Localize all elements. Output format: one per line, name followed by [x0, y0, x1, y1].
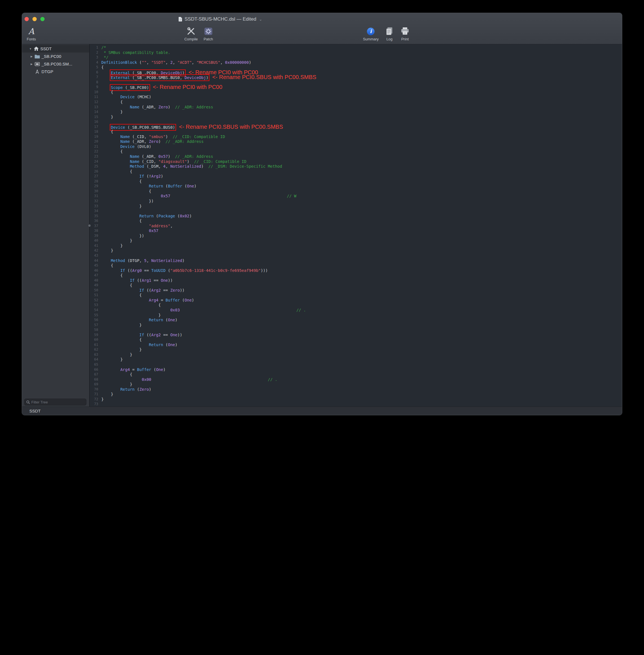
- disclosure-triangle-icon[interactable]: ▼: [28, 47, 33, 50]
- code-line[interactable]: 49 {: [90, 283, 622, 288]
- code-token: (: [163, 318, 168, 322]
- code-line[interactable]: 24 Name (_CID, "diagsvault") // _CID: Co…: [90, 159, 622, 164]
- code-line[interactable]: 18 {: [90, 129, 622, 134]
- disclosure-triangle-icon[interactable]: ▶: [29, 55, 34, 58]
- title-chevron-icon[interactable]: ⌄: [259, 17, 262, 21]
- filter-tree-input[interactable]: [31, 400, 84, 404]
- code-line[interactable]: 71 }: [90, 392, 622, 397]
- code-line[interactable]: 19 Name (_CID, "smbus") // _CID: Compati…: [90, 134, 622, 139]
- print-button[interactable]: Print: [400, 26, 410, 41]
- code-line[interactable]: 42 }: [90, 248, 622, 253]
- code-line[interactable]: 15 }: [90, 115, 622, 120]
- code-line[interactable]: 51 {: [90, 293, 622, 298]
- code-line[interactable]: 5{: [90, 65, 622, 70]
- code-line[interactable]: 21 Device (DVL0): [90, 144, 622, 149]
- code-line[interactable]: 37 "address",: [90, 224, 622, 229]
- code-token: Buffer: [137, 367, 151, 372]
- code-line[interactable]: 12 {: [90, 100, 622, 105]
- code-line[interactable]: 65: [90, 362, 622, 367]
- code-line[interactable]: 7 External (_SB_.PC00.SMBS.BUS0, DeviceO…: [90, 75, 622, 80]
- code-line[interactable]: 62 }: [90, 347, 622, 352]
- filter-tree-field[interactable]: [24, 399, 86, 405]
- code-line[interactable]: 61 Return (One): [90, 342, 622, 347]
- code-text: Return (Zero): [101, 387, 151, 392]
- code-line[interactable]: 32 }): [90, 199, 622, 204]
- code-line[interactable]: 67 {: [90, 372, 622, 377]
- code-line[interactable]: 39 }): [90, 233, 622, 239]
- sidebar-item-dtgp[interactable]: DTGP: [22, 68, 89, 75]
- code-line[interactable]: 55 }: [90, 313, 622, 318]
- code-line[interactable]: 36 {: [90, 219, 622, 224]
- close-button[interactable]: [25, 17, 29, 21]
- code-line[interactable]: 45 {: [90, 263, 622, 268]
- split-divider[interactable]: [89, 44, 90, 407]
- split-handle-dot[interactable]: [88, 224, 91, 227]
- code-line[interactable]: 26 {: [90, 169, 622, 174]
- code-line[interactable]: 3 */: [90, 55, 622, 60]
- disclosure-triangle-icon[interactable]: ▶: [29, 63, 34, 66]
- code-line[interactable]: 14 }: [90, 110, 622, 115]
- code-line[interactable]: 34: [90, 209, 622, 214]
- code-line[interactable]: 22 {: [90, 149, 622, 154]
- code-line[interactable]: 59 If ((Arg2 == One)): [90, 333, 622, 338]
- code-line[interactable]: 53 {: [90, 303, 622, 308]
- code-line[interactable]: 69 }: [90, 382, 622, 387]
- code-line[interactable]: 9 Scope (_SB.PC00)<- Rename PCI0 with PC…: [90, 85, 622, 90]
- zoom-button[interactable]: [40, 17, 45, 21]
- code-line[interactable]: 11 Device (MCHC): [90, 95, 622, 100]
- code-line[interactable]: 70 Return (Zero): [90, 387, 622, 392]
- patch-button[interactable]: Patch: [204, 26, 213, 41]
- code-line[interactable]: 10 {: [90, 90, 622, 95]
- sidebar-item-sb-pc00-sm[interactable]: ▶_SB.PC00.SM...: [22, 60, 89, 68]
- code-line[interactable]: 52 Arg4 = Buffer (One): [90, 298, 622, 303]
- log-button[interactable]: Log: [386, 26, 393, 41]
- code-line[interactable]: 60 {: [90, 337, 622, 342]
- code-line[interactable]: 6 External (_SB_.PC00, DeviceObj)<- Rena…: [90, 70, 622, 75]
- code-line[interactable]: 38 0x57: [90, 228, 622, 233]
- code-line[interactable]: 63 }: [90, 352, 622, 357]
- code-line[interactable]: 1/*: [90, 45, 622, 50]
- code-token: ,: [173, 60, 178, 65]
- summary-button[interactable]: i Summary: [363, 26, 379, 41]
- fonts-button[interactable]: A Fonts: [27, 26, 36, 41]
- code-line[interactable]: 50 If ((Arg2 == Zero)): [90, 288, 622, 293]
- sidebar-item-sb-pc00[interactable]: ▶_SB.PC00: [22, 52, 89, 60]
- document-proxy-icon[interactable]: [179, 17, 182, 21]
- code-line[interactable]: 40 }: [90, 238, 622, 243]
- compile-button[interactable]: Compile: [184, 26, 198, 41]
- code-line[interactable]: 41 }: [90, 243, 622, 248]
- code-line[interactable]: 56 Return (One): [90, 318, 622, 323]
- code-line[interactable]: 25 Method (_DSM, 4, NotSerialized) // _D…: [90, 164, 622, 169]
- code-line[interactable]: 54 0x03 // .: [90, 308, 622, 313]
- code-line[interactable]: 4DefinitionBlock ("", "SSDT", 2, "ACDT",…: [90, 60, 622, 65]
- code-line[interactable]: 46 If ((Arg0 == ToUUID ("a0b5b7c6-1318-4…: [90, 268, 622, 273]
- code-line[interactable]: 28 {: [90, 179, 622, 184]
- code-line[interactable]: 72}: [90, 397, 622, 402]
- code-line[interactable]: 44 Method (DTGP, 5, NotSerialized): [90, 258, 622, 264]
- code-editor[interactable]: 1/*2 * SMBus compatibility table.3 */4De…: [90, 44, 622, 407]
- code-line[interactable]: 57 }: [90, 323, 622, 328]
- code-line[interactable]: 16: [90, 119, 622, 125]
- code-line[interactable]: 47 {: [90, 273, 622, 278]
- code-line[interactable]: 73: [90, 402, 622, 407]
- minimize-button[interactable]: [32, 17, 37, 21]
- code-line[interactable]: 48 If ((Arg1 == One)): [90, 278, 622, 283]
- code-line[interactable]: 2 * SMBus compatibility table.: [90, 50, 622, 55]
- code-line[interactable]: 66 Arg4 = Buffer (One): [90, 367, 622, 372]
- sidebar-item-ssdt[interactable]: ▼SSDT: [22, 45, 89, 52]
- code-line[interactable]: 64 }: [90, 357, 622, 362]
- code-line[interactable]: 35 Return (Package (0x02): [90, 214, 622, 219]
- code-line[interactable]: 68 0x00 // .: [90, 377, 622, 382]
- code-line[interactable]: 58: [90, 328, 622, 333]
- code-line[interactable]: 17 Device (_SB.PC00.SMBS.BUS0)<- Rename …: [90, 125, 622, 130]
- code-line[interactable]: 43: [90, 253, 622, 258]
- code-line[interactable]: 23 Name (_ADR, 0x57) // _ADR: Address: [90, 154, 622, 159]
- code-line[interactable]: 30 {: [90, 189, 622, 194]
- code-line[interactable]: 33 }: [90, 204, 622, 209]
- code-line[interactable]: 20 Name (_ADR, Zero) // _ADR: Address: [90, 139, 622, 144]
- code-line[interactable]: 13 Name (_ADR, Zero) // _ADR: Address: [90, 105, 622, 110]
- title-bar[interactable]: SSDT-SBUS-MCHC.dsl — Edited ⌄: [22, 13, 622, 25]
- code-line[interactable]: 27 If (!Arg2): [90, 174, 622, 179]
- code-line[interactable]: 31 0x57 // W: [90, 194, 622, 199]
- code-line[interactable]: 29 Return (Buffer (One): [90, 184, 622, 189]
